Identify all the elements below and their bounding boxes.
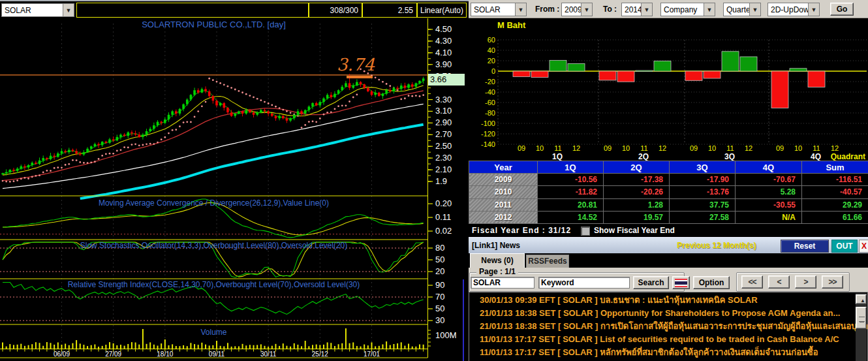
value-cell: -116.51 — [802, 174, 868, 186]
bar-2010-2Q — [617, 71, 634, 82]
bar-2011-4Q — [808, 71, 825, 87]
svg-text:11: 11 — [640, 144, 647, 152]
svg-text:80: 80 — [435, 243, 444, 253]
news-panel-title: [Link1] News — [472, 241, 520, 250]
to-label: To : — [603, 5, 617, 14]
language-flag-button[interactable] — [672, 276, 690, 289]
value-cell: -20.26 — [604, 186, 670, 198]
value-cell: 27.58 — [670, 211, 736, 223]
reset-button[interactable]: Reset — [781, 240, 829, 253]
svg-text:0.02: 0.02 — [435, 226, 452, 236]
view-combobox[interactable]: 2D-UpDown ▼ — [767, 3, 820, 16]
period-combobox[interactable]: Quarter ▼ — [723, 3, 761, 16]
tab-rssfeeds[interactable]: RSSFeeds — [526, 255, 569, 268]
scope-combobox[interactable]: Company ▼ — [660, 3, 715, 16]
news-item[interactable]: 11/01/13 17:17 SET [ SOLAR ] หลักทรัพย์ท… — [480, 346, 818, 359]
tab-news[interactable]: News (0) — [470, 253, 525, 268]
last-page-button[interactable]: >> — [822, 275, 843, 289]
svg-text:09: 09 — [690, 144, 698, 152]
column-header-4q: 4Q — [736, 161, 802, 174]
svg-text:-40: -40 — [485, 88, 495, 96]
candlestick-chart-area[interactable]: 4.504.304.103.903.703.303.102.902.702.50… — [0, 18, 469, 361]
news-range-label: Previous 12 Month(s) — [658, 241, 775, 250]
value-cell: 61.66 — [802, 211, 868, 223]
scrollbar-thumb[interactable] — [856, 307, 867, 329]
chevron-down-icon[interactable]: ▼ — [515, 3, 526, 16]
keyword-input[interactable] — [538, 277, 630, 289]
panel-edge-line — [463, 279, 464, 361]
to-year-combobox[interactable]: 2014 ▼ — [621, 3, 653, 16]
scale-mode-button[interactable]: Linear(Auto) — [417, 3, 467, 18]
year-cell: 2012 — [469, 211, 538, 223]
value-cell: -17.38 — [604, 174, 670, 186]
previous-page-button[interactable]: < — [768, 275, 790, 289]
chevron-down-icon[interactable]: ▼ — [749, 3, 760, 16]
news-controls: Page : 1/1 Search Option << < > >> — [469, 268, 868, 292]
value-cell: -17.90 — [670, 174, 736, 186]
scroll-up-icon[interactable]: ▲ — [856, 294, 867, 304]
news-list[interactable]: 30/01/13 09:39 EFT [ SOLAR ] บล.ธนชาต : … — [469, 292, 868, 361]
next-page-button[interactable]: > — [795, 275, 816, 289]
news-item[interactable]: 11/01/13 17:17 SET [ SOLAR ] List of sec… — [480, 333, 839, 346]
chart-title: SOLARTRON PUBLIC CO.,LTD. [day] — [0, 20, 427, 29]
svg-text:10: 10 — [794, 144, 802, 152]
column-header-2q: 2Q — [604, 161, 670, 174]
svg-text:17/01: 17/01 — [364, 351, 380, 358]
quarterly-bar-chart[interactable]: M Baht6040200-20-40-60-80-100-120-140091… — [469, 18, 868, 161]
close-button[interactable]: X — [859, 240, 868, 253]
volume-title: Volume — [0, 328, 427, 337]
svg-text:3Q: 3Q — [724, 152, 735, 161]
search-button[interactable]: Search — [633, 276, 669, 289]
column-header-year: Year — [469, 161, 538, 174]
chevron-down-icon[interactable]: ▼ — [704, 3, 715, 16]
svg-text:09: 09 — [776, 144, 784, 152]
svg-text:2.90: 2.90 — [435, 118, 452, 127]
svg-text:4Q: 4Q — [811, 152, 821, 161]
fiscal-year-bar: Fiscal Year End : 31/12 Show Fiscal Year… — [469, 224, 868, 237]
option-button[interactable]: Option — [693, 276, 730, 289]
chevron-down-icon[interactable]: ▼ — [581, 3, 592, 16]
bar-2011-3Q — [722, 52, 739, 71]
chevron-down-icon[interactable]: ▼ — [63, 4, 74, 16]
symbol-combobox[interactable]: SOLAR ▼ — [1, 3, 74, 17]
go-button[interactable]: Go — [830, 3, 854, 16]
year-cell: 2009 — [469, 174, 538, 186]
table-row-2009: 2009-10.56-17.38-17.90-70.67-116.51 — [469, 174, 868, 186]
news-item[interactable]: 30/01/13 09:39 EFT [ SOLAR ] บล.ธนชาต : … — [480, 294, 758, 307]
svg-text:2.30: 2.30 — [435, 153, 452, 163]
svg-text:09/11: 09/11 — [209, 351, 225, 358]
bar-2010-3Q — [704, 71, 721, 78]
thumb-grip — [859, 317, 865, 322]
symbol-combobox-right[interactable]: SOLAR ▼ — [471, 3, 527, 16]
bar-2012-3Q — [740, 57, 757, 71]
symbol-search-input[interactable] — [471, 277, 535, 289]
news-item[interactable]: 21/01/13 18:38 SET [ SOLAR ] Opportunity… — [480, 307, 840, 320]
value-cell: 29.29 — [802, 198, 868, 211]
value-cell: -10.56 — [538, 174, 604, 186]
view-value: 2D-UpDown — [768, 5, 808, 14]
svg-text:30: 30 — [435, 315, 444, 325]
macd-title: Moving Average Convergence / Divergence(… — [0, 198, 427, 208]
value-cell: 37.75 — [670, 198, 736, 211]
svg-text:12: 12 — [572, 144, 580, 152]
svg-text:20: 20 — [488, 57, 495, 65]
bar-2009-2Q — [599, 71, 616, 80]
out-button[interactable]: OUT — [831, 240, 858, 253]
from-year-combobox[interactable]: 2009 ▼ — [561, 3, 593, 16]
svg-text:100M: 100M — [435, 330, 457, 340]
value-cell: N/A — [736, 211, 802, 223]
news-scrollbar[interactable]: ▲ — [856, 293, 867, 361]
from-label: From : — [535, 5, 559, 14]
first-page-button[interactable]: << — [741, 275, 763, 289]
chevron-down-icon[interactable]: ▼ — [808, 3, 819, 16]
show-fiscal-checkbox[interactable] — [581, 227, 590, 236]
price-chart-canvas[interactable]: 4.504.304.103.903.703.303.102.902.702.50… — [0, 18, 469, 361]
svg-text:12: 12 — [831, 144, 839, 152]
news-item[interactable]: 21/01/13 18:38 SET [ SOLAR ] การเปิดโอกา… — [480, 320, 868, 333]
bar-2010-4Q — [790, 69, 807, 71]
svg-text:12: 12 — [745, 144, 752, 152]
chevron-down-icon[interactable]: ▼ — [641, 3, 652, 16]
price-chart-panel: SOLAR ▼ 308/300 2.55 Linear(Auto) 4.504.… — [0, 0, 469, 361]
value-cell: 5.28 — [736, 186, 802, 198]
svg-text:70: 70 — [435, 292, 444, 302]
